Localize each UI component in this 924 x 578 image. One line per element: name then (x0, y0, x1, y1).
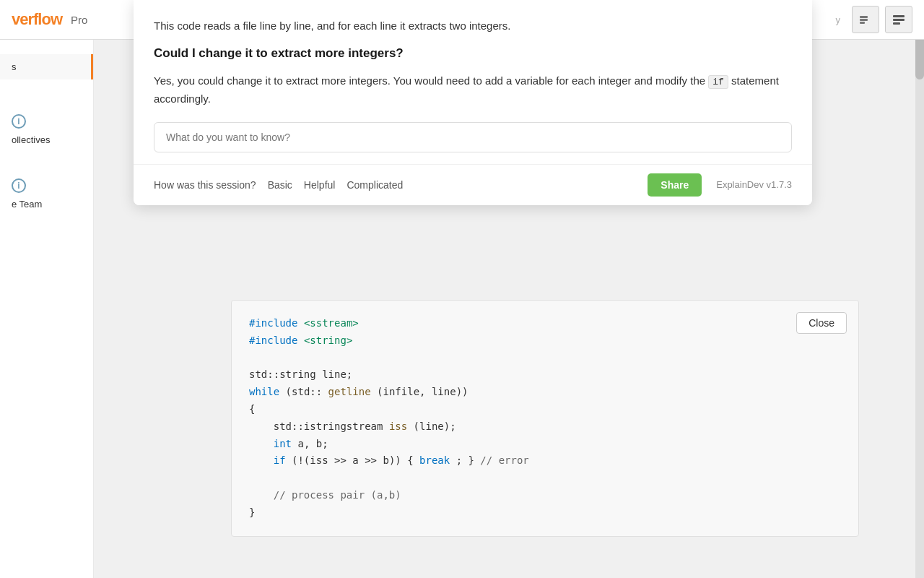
sidebar: s i ollectives i e Team (0, 40, 94, 578)
code-line-1: #include <sstream> (249, 315, 841, 332)
code-line-4: while (std:: getline (infile, line)) (249, 384, 841, 401)
code-function-getline: getline (328, 386, 371, 397)
code-include-1: #include (249, 317, 297, 329)
scrollbar[interactable] (915, 0, 924, 578)
close-button[interactable]: Close (796, 312, 847, 334)
code-default-4: { (249, 403, 255, 415)
logo: verflow (12, 10, 62, 29)
svg-rect-4 (893, 19, 905, 21)
chat-answer: Yes, you could change it to extract more… (154, 72, 792, 108)
code-default-7: a, b; (297, 438, 328, 449)
feedback-row: How was this session? Basic Helpful Comp… (154, 179, 403, 191)
right-icons: y (836, 6, 913, 33)
collectives-label[interactable]: ollectives (12, 134, 82, 145)
chat-question: Could I change it to extract more intege… (154, 46, 792, 61)
code-default-5: std::istringstream (249, 420, 389, 432)
code-keyword-if: if (249, 454, 286, 466)
right-label: y (836, 14, 841, 25)
share-button[interactable]: Share (648, 173, 702, 197)
chat-answer-code: if (708, 75, 728, 89)
code-line-blank-1 (249, 350, 841, 367)
code-default-2: (std:: (286, 386, 323, 397)
feedback-complicated[interactable]: Complicated (346, 179, 403, 191)
code-function-iss: iss (389, 420, 407, 432)
code-default-6: (line); (414, 420, 456, 432)
code-default-1: std::string line; (249, 368, 352, 380)
code-header-2: <string> (304, 335, 352, 346)
code-default-8: (!(iss >> a >> b)) { (292, 454, 419, 466)
team-label[interactable]: e Team (12, 199, 82, 210)
code-default-10: } (249, 506, 255, 518)
feedback-basic[interactable]: Basic (268, 179, 292, 191)
code-default-9: ; } (456, 454, 481, 466)
svg-rect-0 (860, 16, 868, 18)
code-comment-error: // error (480, 454, 528, 466)
sidebar-section-collectives: i ollectives (0, 108, 93, 151)
tag-icon-btn[interactable] (852, 6, 879, 33)
chat-footer: How was this session? Basic Helpful Comp… (134, 164, 812, 205)
chat-input-row (154, 122, 792, 152)
code-line-2: #include <string> (249, 332, 841, 350)
svg-rect-2 (860, 22, 865, 24)
code-line-5: { (249, 401, 841, 418)
info-icon-team: i (12, 178, 26, 193)
code-line-blank-2 (249, 470, 841, 487)
code-keyword-while: while (249, 386, 279, 397)
code-line-3: std::string line; (249, 366, 841, 384)
chat-description: This code reads a file line by line, and… (154, 17, 792, 35)
code-line-6: std::istringstream iss (line); (249, 418, 841, 436)
version-label: ExplainDev v1.7.3 (716, 179, 792, 190)
sidebar-item-active[interactable]: s (0, 54, 93, 79)
svg-rect-1 (860, 19, 868, 21)
code-include-2: #include (249, 335, 297, 346)
svg-rect-5 (893, 22, 900, 25)
code-line-10: } (249, 504, 841, 522)
code-default-3: (infile, line)) (377, 386, 468, 397)
code-line-9: // process pair (a,b) (249, 487, 841, 504)
chat-input[interactable] (154, 122, 792, 152)
code-content: #include <sstream> #include <string> std… (249, 315, 841, 522)
code-keyword-int: int (249, 438, 292, 449)
code-header-1: <sstream> (304, 317, 359, 329)
svg-rect-3 (893, 15, 905, 17)
feedback-label: How was this session? (154, 179, 256, 191)
code-block-container: Close #include <sstream> #include <strin… (231, 300, 859, 537)
sidebar-section-team: i e Team (0, 173, 93, 215)
sidebar-item-label: s (12, 61, 17, 72)
chat-dialog: This code reads a file line by line, and… (134, 0, 812, 205)
chat-content: This code reads a file line by line, and… (134, 0, 812, 152)
info-icon-collectives: i (12, 114, 26, 129)
code-line-7: int a, b; (249, 436, 841, 453)
top-bar-prefix: Pro (71, 14, 87, 26)
feedback-helpful[interactable]: Helpful (304, 179, 336, 191)
code-comment-process: // process pair (a,b) (249, 489, 401, 501)
code-keyword-break: break (419, 454, 450, 466)
chat-icon-btn[interactable] (885, 6, 912, 33)
chat-answer-pre: Yes, you could change it to extract more… (154, 74, 705, 87)
code-line-8: if (!(iss >> a >> b)) { break ; } // err… (249, 452, 841, 470)
